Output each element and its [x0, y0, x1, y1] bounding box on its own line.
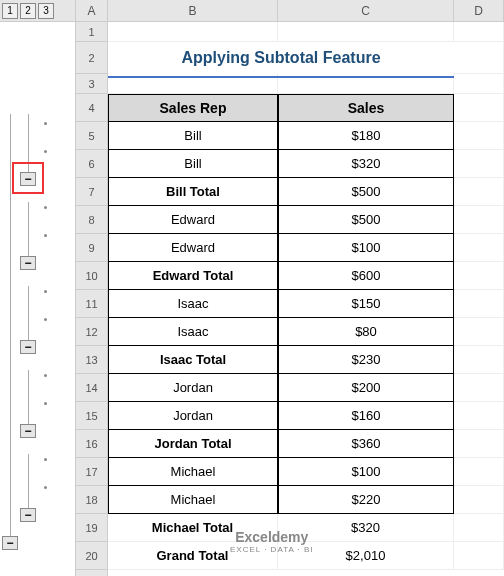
collapse-toggle-grand[interactable]: − — [2, 536, 18, 550]
table-cell-subtotal-sales[interactable]: $230 — [278, 346, 454, 374]
table-cell-rep[interactable]: Jordan — [108, 402, 278, 430]
table-cell-subtotal-rep[interactable]: Edward Total — [108, 262, 278, 290]
cell-d[interactable] — [454, 318, 504, 346]
table-cell-sales[interactable]: $100 — [278, 234, 454, 262]
cell-d[interactable] — [454, 514, 504, 542]
table-cell-sales[interactable]: $180 — [278, 122, 454, 150]
cell-d[interactable] — [454, 122, 504, 150]
row-header-11[interactable]: 11 — [76, 290, 107, 318]
outline-dot — [44, 458, 47, 461]
collapse-toggle-jordan[interactable]: − — [20, 424, 36, 438]
row-headers: 1 2 3 4 5 6 7 8 9 10 11 12 13 14 15 16 1… — [76, 22, 108, 576]
outline-level-1[interactable]: 1 — [2, 3, 18, 19]
table-cell-sales[interactable]: $200 — [278, 374, 454, 402]
row-header-8[interactable]: 8 — [76, 206, 107, 234]
cell-d2[interactable] — [454, 42, 504, 74]
row-header-18[interactable]: 18 — [76, 486, 107, 514]
row-header-9[interactable]: 9 — [76, 234, 107, 262]
table-header-rep[interactable]: Sales Rep — [108, 94, 278, 122]
cell-d[interactable] — [454, 374, 504, 402]
row-header-4[interactable]: 4 — [76, 94, 107, 122]
collapse-toggle-bill[interactable]: − — [20, 172, 36, 186]
table-cell-rep[interactable]: Edward — [108, 206, 278, 234]
collapse-toggle-michael[interactable]: − — [20, 508, 36, 522]
title-underline — [108, 76, 454, 78]
table-cell-rep[interactable]: Edward — [108, 234, 278, 262]
cell-d1[interactable] — [454, 22, 504, 42]
row-header-12[interactable]: 12 — [76, 318, 107, 346]
table-cell-subtotal-rep[interactable]: Bill Total — [108, 178, 278, 206]
table-cell-rep[interactable]: Bill — [108, 122, 278, 150]
cell-d[interactable] — [454, 290, 504, 318]
cell-d[interactable] — [454, 262, 504, 290]
col-header-d[interactable]: D — [454, 0, 504, 21]
table-cell-subtotal-sales[interactable]: $360 — [278, 430, 454, 458]
page-title[interactable]: Applying Subtotal Feature — [108, 42, 454, 74]
cell-d[interactable] — [454, 430, 504, 458]
table-cell-subtotal-sales[interactable]: $600 — [278, 262, 454, 290]
table-cell-sales[interactable]: $160 — [278, 402, 454, 430]
outline-dot — [44, 374, 47, 377]
row-header-19[interactable]: 19 — [76, 514, 107, 542]
cell-d[interactable] — [454, 542, 504, 570]
table-cell-sales[interactable]: $500 — [278, 206, 454, 234]
cell-d3[interactable] — [454, 74, 504, 94]
col-header-c[interactable]: C — [278, 0, 454, 21]
row-header-5[interactable]: 5 — [76, 122, 107, 150]
col-header-a[interactable]: A — [76, 0, 108, 21]
cell-c1[interactable] — [278, 22, 454, 42]
cell-d[interactable] — [454, 150, 504, 178]
outline-level-2[interactable]: 2 — [20, 3, 36, 19]
table-cell-grand-sales[interactable]: $2,010 — [278, 542, 454, 570]
row-header-1[interactable]: 1 — [76, 22, 107, 42]
row-header-10[interactable]: 10 — [76, 262, 107, 290]
table-cell-subtotal-sales[interactable]: $500 — [278, 178, 454, 206]
table-cell-rep[interactable]: Jordan — [108, 374, 278, 402]
row-header-20[interactable]: 20 — [76, 542, 107, 570]
column-headers: A B C D — [76, 0, 504, 22]
outline-level-3[interactable]: 3 — [38, 3, 54, 19]
table-cell-sales[interactable]: $220 — [278, 486, 454, 514]
table-cell-grand-rep[interactable]: Grand Total — [108, 542, 278, 570]
outline-dot — [44, 486, 47, 489]
cell-d[interactable] — [454, 402, 504, 430]
table-cell-rep[interactable]: Michael — [108, 486, 278, 514]
row-header-2[interactable]: 2 — [76, 42, 107, 74]
table-cell-sales[interactable]: $100 — [278, 458, 454, 486]
table-cell-subtotal-rep[interactable]: Isaac Total — [108, 346, 278, 374]
table-cell-rep[interactable]: Bill — [108, 150, 278, 178]
cell-d[interactable] — [454, 458, 504, 486]
cell-d[interactable] — [454, 234, 504, 262]
table-cell-rep[interactable]: Michael — [108, 458, 278, 486]
cell-grid[interactable]: Applying Subtotal Feature Sales Rep Sale… — [108, 22, 504, 576]
table-cell-sales[interactable]: $320 — [278, 150, 454, 178]
collapse-toggle-edward[interactable]: − — [20, 256, 36, 270]
row-header-13[interactable]: 13 — [76, 346, 107, 374]
row-header-14[interactable]: 14 — [76, 374, 107, 402]
cell-d[interactable] — [454, 346, 504, 374]
table-cell-subtotal-sales[interactable]: $320 — [278, 514, 454, 542]
cell-d[interactable] — [454, 486, 504, 514]
table-cell-rep[interactable]: Isaac — [108, 318, 278, 346]
outline-dot — [44, 290, 47, 293]
row-header-17[interactable]: 17 — [76, 458, 107, 486]
col-header-b[interactable]: B — [108, 0, 278, 21]
row-header-16[interactable]: 16 — [76, 430, 107, 458]
table-header-sales[interactable]: Sales — [278, 94, 454, 122]
outline-dot — [44, 206, 47, 209]
outline-dot — [44, 150, 47, 153]
row-header-3[interactable]: 3 — [76, 74, 107, 94]
table-cell-sales[interactable]: $150 — [278, 290, 454, 318]
cell-d[interactable] — [454, 206, 504, 234]
row-header-7[interactable]: 7 — [76, 178, 107, 206]
table-cell-rep[interactable]: Isaac — [108, 290, 278, 318]
row-header-6[interactable]: 6 — [76, 150, 107, 178]
row-header-15[interactable]: 15 — [76, 402, 107, 430]
table-cell-subtotal-rep[interactable]: Michael Total — [108, 514, 278, 542]
table-cell-sales[interactable]: $80 — [278, 318, 454, 346]
cell-d[interactable] — [454, 178, 504, 206]
cell-b1[interactable] — [108, 22, 278, 42]
table-cell-subtotal-rep[interactable]: Jordan Total — [108, 430, 278, 458]
cell-d4[interactable] — [454, 94, 504, 122]
collapse-toggle-isaac[interactable]: − — [20, 340, 36, 354]
